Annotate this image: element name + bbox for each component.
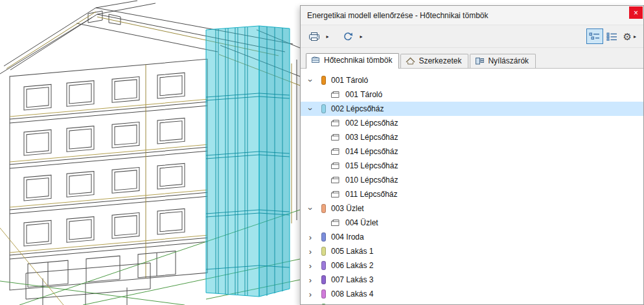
report-button[interactable]	[306, 28, 323, 44]
building-wireframe	[0, 0, 300, 305]
zone-color-chip	[321, 76, 326, 85]
zone-color-chip	[321, 104, 326, 113]
refresh-icon	[343, 32, 353, 41]
tab-label: Hőtechnikai tömbök	[324, 56, 392, 65]
tab-label: Szerkezetek	[419, 56, 461, 65]
chevron-down-icon[interactable]	[306, 204, 316, 213]
tree-row[interactable]: 010 Lépcsőház	[301, 173, 643, 187]
tree-item-label: 015 Lépcsőház	[345, 161, 398, 170]
gear-icon: ⚙	[623, 32, 632, 41]
zone-color-chip	[321, 261, 326, 270]
zone-stamp-icon	[330, 190, 341, 199]
refresh-flyout-arrow[interactable]: ▸	[357, 28, 365, 44]
tree-item-label: 003 Üzlet	[331, 204, 364, 213]
chevron-down-icon[interactable]	[306, 76, 316, 85]
panel-titlebar[interactable]: Energetikai modell ellenőrzése - Hőtechn…	[301, 6, 643, 25]
tree-row[interactable]: 003 Üzlet	[301, 201, 643, 216]
flyout-arrow-icon: ▸	[634, 34, 636, 40]
energy-model-review-panel: Energetikai modell ellenőrzése - Hőtechn…	[300, 5, 644, 305]
chevron-right-icon[interactable]	[306, 247, 315, 256]
3d-viewport[interactable]	[0, 0, 300, 305]
zone-stamp-icon	[330, 176, 341, 185]
report-flyout-arrow[interactable]: ▸	[323, 28, 332, 44]
tree-item-label: 007 Lakás 3	[331, 275, 373, 284]
tree-row[interactable]: 007 Lakás 3	[301, 273, 643, 287]
tab-openings[interactable]: Nyílászárók	[470, 54, 536, 68]
tree-row[interactable]: 014 Lépcsőház	[301, 144, 643, 159]
zone-stamp-icon	[330, 148, 341, 156]
tree-item-label: 004 Iroda	[331, 232, 364, 242]
report-icon	[308, 32, 320, 41]
chevron-right-icon[interactable]	[306, 289, 315, 299]
thermal-blocks-tree: 001 Tároló 001 Tároló 002 Lépcsőház 002 …	[301, 69, 643, 304]
tree-row[interactable]: 004 Üzlet	[301, 216, 643, 230]
zone-color-chip	[321, 275, 326, 284]
tree-item-label: 014 Lépcsőház	[345, 147, 398, 156]
zone-stamp-icon	[330, 119, 341, 128]
tree-row[interactable]: 004 Iroda	[301, 230, 643, 244]
tree-item-label: 002 Lépcsőház	[331, 104, 384, 113]
zone-stamp-icon	[330, 219, 341, 227]
tree-row[interactable]: 002 Lépcsőház	[301, 102, 643, 116]
zone-color-chip	[321, 232, 326, 242]
tree-item-label: 011 Lépcsőház	[345, 190, 398, 199]
panel-title: Energetikai modell ellenőrzése - Hőtechn…	[301, 11, 488, 20]
toolbar: ▸ ▸	[301, 25, 643, 48]
tab-bar: Hőtechnikai tömbök Szerkezetek Nyílászár…	[301, 48, 643, 69]
openings-icon	[475, 57, 485, 65]
tree-item-label: 006 Lakás 2	[331, 261, 373, 270]
zone-color-chip	[321, 247, 326, 256]
tree-row[interactable]: 008 Lakás 4	[301, 287, 643, 301]
flyout-arrow-icon: ▸	[360, 34, 362, 40]
zone-stamp-icon	[330, 162, 341, 170]
zone-color-chip	[321, 304, 326, 304]
zone-color-chip	[321, 204, 326, 213]
tree-item-label: 008 Lakás 4	[331, 289, 373, 299]
chevron-right-icon[interactable]	[306, 232, 315, 242]
tree-row[interactable]: 003 Lépcsőház	[301, 130, 643, 144]
tree-view-button[interactable]	[586, 28, 603, 44]
chevron-right-icon[interactable]	[306, 304, 315, 305]
structures-icon	[406, 57, 415, 65]
list-view-icon	[606, 32, 617, 41]
list-view-button[interactable]	[604, 28, 621, 44]
chevron-right-icon[interactable]	[306, 261, 315, 271]
tree-item-label: 005 Lakás 1	[331, 247, 373, 256]
tree-item-label: 004 Üzlet	[345, 218, 378, 227]
tree-item-label: 009 Loft	[331, 304, 359, 304]
tree-row[interactable]: 015 Lépcsőház	[301, 159, 643, 173]
zone-stamp-icon	[330, 133, 341, 142]
tree-row[interactable]: 009 Loft	[301, 301, 643, 304]
tree-item-label: 001 Tároló	[345, 90, 382, 99]
settings-button[interactable]: ⚙ ▸	[621, 28, 638, 44]
tab-structures[interactable]: Szerkezetek	[400, 54, 468, 68]
chevron-right-icon[interactable]	[306, 275, 315, 285]
tree-row[interactable]: 005 Lakás 1	[301, 244, 643, 258]
tree-row[interactable]: 002 Lépcsőház	[301, 116, 643, 130]
zone-color-chip	[321, 289, 326, 299]
tree-row[interactable]: 001 Tároló	[301, 73, 643, 87]
tab-label: Nyílászárók	[488, 56, 529, 65]
tree-view-icon	[589, 32, 600, 41]
tree-row[interactable]: 001 Tároló	[301, 87, 643, 102]
tree-item-label: 003 Lépcsőház	[345, 133, 398, 142]
tab-thermal-blocks[interactable]: Hőtechnikai tömbök	[306, 53, 399, 69]
tree-item-label: 001 Tároló	[331, 76, 368, 85]
close-button[interactable]: ×	[629, 6, 643, 19]
flyout-arrow-icon: ▸	[326, 34, 328, 40]
tree-item-label: 010 Lépcsőház	[345, 175, 398, 185]
tree-item-label: 002 Lépcsőház	[345, 119, 398, 128]
close-icon: ×	[634, 9, 638, 17]
tree-row[interactable]: 011 Lépcsőház	[301, 187, 643, 201]
refresh-button[interactable]	[339, 28, 356, 44]
chevron-down-icon[interactable]	[306, 104, 316, 113]
thermal-block-icon	[311, 56, 321, 64]
selected-thermal-block-volume	[206, 26, 290, 297]
zone-stamp-icon	[330, 91, 341, 99]
tree-row[interactable]: 006 Lakás 2	[301, 258, 643, 273]
